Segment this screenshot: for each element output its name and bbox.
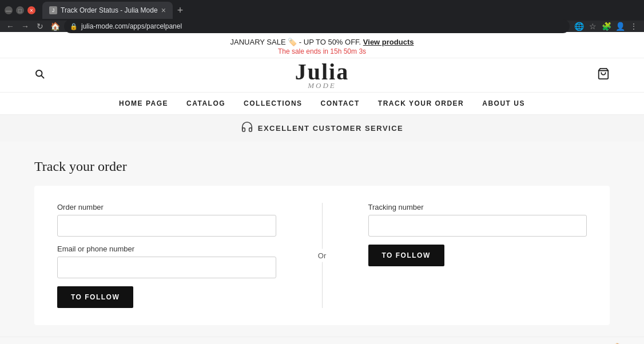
- site-header: Julia mode: [0, 58, 644, 92]
- announcement-timer: The sale ends in 15h 50m 3s: [0, 47, 644, 55]
- tracking-number-input[interactable]: [368, 215, 587, 237]
- logo-main: Julia: [295, 61, 349, 83]
- timer-value: 15h 50m 3s: [330, 47, 366, 55]
- announcement-bar: JANUARY SALE 🏷️ - UP TO 50% OFF. View pr…: [0, 32, 644, 58]
- back-button[interactable]: ←: [5, 21, 16, 32]
- announcement-text: JANUARY SALE 🏷️ - UP TO 50% OFF. View pr…: [0, 38, 644, 46]
- or-divider: Or: [322, 203, 323, 308]
- page-title: Track your order: [34, 159, 610, 174]
- service-label: EXCELLENT CUSTOMER SERVICE: [258, 124, 404, 133]
- tab-title: Track Order Status - Julia Mode: [61, 6, 158, 14]
- email-input[interactable]: [57, 257, 276, 278]
- cart-icon[interactable]: [597, 67, 610, 83]
- url-text: julia-mode.com/apps/parcelpanel: [81, 22, 182, 30]
- bookmark-icon[interactable]: ☆: [587, 21, 598, 32]
- browser-chrome: — □ × J Track Order Status - Julia Mode …: [0, 0, 644, 32]
- maximize-btn[interactable]: □: [16, 6, 24, 14]
- nav-actions: 🌐 ☆ 🧩 👤 ⋮: [573, 21, 639, 32]
- nav-item-contact[interactable]: CONTACT: [321, 99, 360, 107]
- nav-item-track-order[interactable]: TRACK YOUR ORDER: [378, 99, 464, 107]
- timer-label: The sale ends in: [278, 47, 328, 55]
- headset-icon: [241, 121, 253, 136]
- lock-icon: 🔒: [70, 23, 78, 30]
- follow-button-left[interactable]: TO FOLLOW: [57, 286, 133, 308]
- tracking-number-label: Tracking number: [368, 203, 587, 211]
- follow-button-right[interactable]: TO FOLLOW: [368, 245, 444, 266]
- tab-bar: — □ × J Track Order Status - Julia Mode …: [0, 0, 644, 21]
- nav-item-collections[interactable]: COLLECTIONS: [244, 99, 303, 107]
- logo[interactable]: Julia mode: [295, 61, 349, 90]
- extensions-icon[interactable]: 🧩: [601, 21, 612, 32]
- service-bar: EXCELLENT CUSTOMER SERVICE: [0, 115, 644, 142]
- track-card: Order number Email or phone number TO FO…: [34, 186, 610, 325]
- announcement-sale-text: JANUARY SALE 🏷️ - UP TO 50% OFF.: [230, 38, 361, 46]
- nav-item-home-page[interactable]: HOME PAGE: [119, 99, 168, 107]
- nav-bar: ← → ↻ 🏠 🔒 julia-mode.com/apps/parcelpane…: [0, 21, 644, 32]
- order-number-label: Order number: [57, 203, 276, 211]
- site-nav: HOME PAGE CATALOG COLLECTIONS CONTACT TR…: [0, 92, 644, 115]
- menu-icon[interactable]: ⋮: [628, 21, 639, 32]
- or-label: Or: [313, 249, 331, 262]
- right-section: Tracking number TO FOLLOW: [345, 203, 587, 266]
- address-bar[interactable]: 🔒 julia-mode.com/apps/parcelpanel: [64, 19, 570, 33]
- nav-item-about-us[interactable]: ABOUT US: [482, 99, 525, 107]
- nav-item-catalog[interactable]: CATALOG: [186, 99, 225, 107]
- active-tab[interactable]: J Track Order Status - Julia Mode ×: [42, 2, 173, 19]
- new-tab-button[interactable]: +: [177, 5, 184, 17]
- forward-button[interactable]: →: [19, 21, 31, 32]
- email-label: Email or phone number: [57, 245, 276, 253]
- left-section: Order number Email or phone number TO FO…: [57, 203, 299, 308]
- order-number-input[interactable]: [57, 215, 276, 237]
- close-btn[interactable]: ×: [27, 6, 35, 14]
- search-icon[interactable]: [34, 69, 45, 82]
- window-controls: — □ ×: [5, 6, 35, 14]
- minimize-btn[interactable]: —: [5, 6, 13, 14]
- svg-line-1: [41, 75, 43, 78]
- footer-bottom: Powered by ParcelPanel 📦: [0, 337, 644, 344]
- home-button[interactable]: 🏠: [49, 21, 61, 32]
- site-wrapper: JANUARY SALE 🏷️ - UP TO 50% OFF. View pr…: [0, 32, 644, 344]
- reload-button[interactable]: ↻: [34, 21, 46, 32]
- tab-favicon: J: [49, 6, 57, 14]
- main-content: Track your order Order number Email or p…: [0, 142, 644, 337]
- profile-icon[interactable]: 👤: [614, 21, 626, 32]
- translate-icon[interactable]: 🌐: [573, 21, 585, 32]
- tab-close-icon[interactable]: ×: [161, 6, 166, 15]
- announcement-link[interactable]: View products: [363, 38, 414, 46]
